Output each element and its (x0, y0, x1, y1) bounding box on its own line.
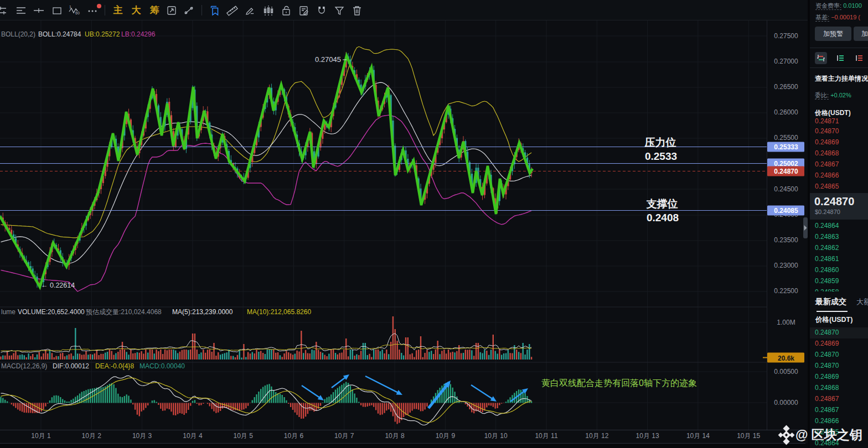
svg-text:10月 9: 10月 9 (436, 432, 456, 440)
svg-text:0.23000: 0.23000 (774, 262, 798, 269)
svg-text:压力位: 压力位 (644, 137, 676, 148)
svg-text:10月 1: 10月 1 (31, 432, 51, 440)
svg-text:0.22500: 0.22500 (774, 287, 798, 295)
svg-text:BOLL(20,2): BOLL(20,2) (1, 30, 35, 38)
svg-text:MACD:0.00040: MACD:0.00040 (140, 362, 185, 370)
svg-text:10月 5: 10月 5 (234, 432, 254, 440)
svg-text:lume: lume (1, 308, 16, 316)
svg-text:0.25500: 0.25500 (774, 134, 798, 142)
svg-text:0.24870: 0.24870 (774, 168, 798, 175)
svg-text:黄白双线配合走势有回落0轴下方的迹象: 黄白双线配合走势有回落0轴下方的迹象 (541, 378, 697, 388)
svg-text:60: 60 (75, 11, 80, 15)
svg-text:0.25333: 0.25333 (774, 143, 798, 151)
svg-text:1.00M: 1.00M (777, 319, 795, 326)
svg-text:0.27045: 0.27045 (315, 55, 341, 64)
svg-text:10月 10: 10月 10 (484, 432, 508, 440)
svg-text:10月 3: 10月 3 (132, 432, 152, 440)
svg-text:0.27500: 0.27500 (774, 32, 798, 40)
svg-text:10月 14: 10月 14 (686, 432, 710, 440)
svg-text:DIF:0.00012: DIF:0.00012 (53, 362, 89, 370)
svg-text:0.24085: 0.24085 (774, 207, 798, 215)
svg-text:0.00000: 0.00000 (774, 399, 798, 407)
svg-text:VOLUME:20,652.4000: VOLUME:20,652.4000 (18, 308, 85, 316)
svg-text:BOLL:0.24784: BOLL:0.24784 (38, 30, 81, 38)
svg-text:UB:0.25272: UB:0.25272 (85, 30, 120, 38)
svg-text:0.00500: 0.00500 (774, 368, 798, 376)
svg-text:10月 4: 10月 4 (183, 432, 203, 440)
svg-text:LB:0.24296: LB:0.24296 (121, 30, 156, 38)
svg-text:10月 13: 10月 13 (636, 432, 659, 440)
svg-text:MACD(12,26,9): MACD(12,26,9) (1, 362, 47, 370)
svg-text:MA(5):213,239.0000: MA(5):213,239.0000 (172, 308, 233, 316)
svg-text:10月 2: 10月 2 (82, 432, 102, 440)
svg-text:10月 11: 10月 11 (535, 432, 557, 440)
svg-text:10月 6: 10月 6 (284, 432, 304, 440)
svg-text:DEA:-0.0{4}8: DEA:-0.0{4}8 (95, 362, 134, 370)
svg-text:10月 7: 10月 7 (334, 432, 354, 440)
svg-text:1: 1 (69, 5, 71, 9)
svg-text:← 0.22614: ← 0.22614 (41, 282, 75, 289)
svg-text:10月 15: 10月 15 (737, 432, 760, 440)
svg-text:0.27000: 0.27000 (774, 58, 798, 65)
svg-text:0.2533: 0.2533 (645, 150, 677, 162)
svg-text:10月 12: 10月 12 (585, 432, 608, 440)
svg-text:0.23500: 0.23500 (774, 236, 798, 244)
svg-text:0.24500: 0.24500 (774, 185, 798, 193)
svg-text:0.26000: 0.26000 (774, 108, 798, 116)
svg-text:20.6k: 20.6k (778, 355, 794, 362)
svg-text:预估成交量:210,024.4068: 预估成交量:210,024.4068 (86, 308, 162, 316)
svg-text:0.2408: 0.2408 (647, 212, 679, 223)
svg-text:0.26500: 0.26500 (774, 83, 798, 91)
svg-text:支撑位: 支撑位 (646, 198, 678, 210)
svg-text:10月 8: 10月 8 (385, 432, 405, 440)
svg-text:MA(10):212,065.8260: MA(10):212,065.8260 (247, 308, 311, 316)
